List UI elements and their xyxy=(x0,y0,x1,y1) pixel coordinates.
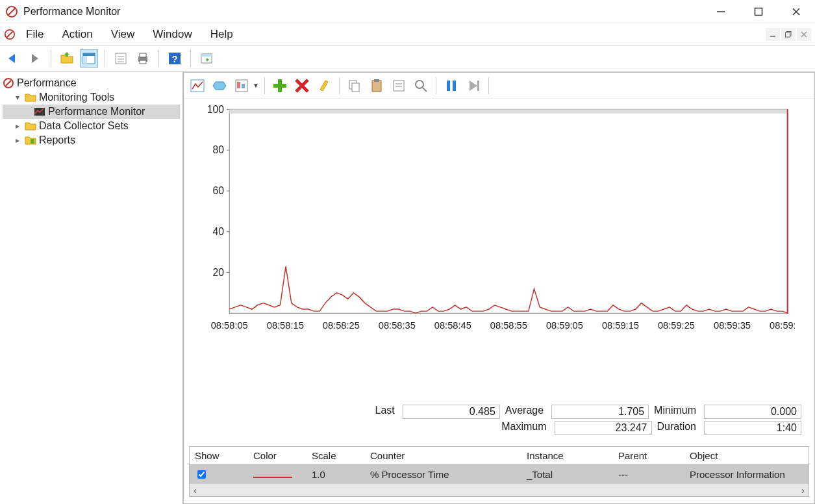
tree-node-data-collector-sets[interactable]: ▸ Data Collector Sets xyxy=(3,119,180,133)
separator xyxy=(339,77,340,94)
svg-rect-58 xyxy=(229,109,788,313)
app-icon-small xyxy=(4,29,16,40)
col-header-parent[interactable]: Parent xyxy=(613,450,684,461)
col-header-object[interactable]: Object xyxy=(684,450,809,461)
mdi-close-button[interactable] xyxy=(797,28,811,41)
svg-text:08:58:35: 08:58:35 xyxy=(379,320,416,331)
svg-line-32 xyxy=(6,81,11,86)
copy-icon[interactable] xyxy=(345,76,364,95)
chevron-right-icon[interactable]: ▸ xyxy=(13,136,22,145)
print-icon[interactable] xyxy=(134,49,152,68)
paste-icon[interactable] xyxy=(367,76,386,95)
svg-text:08:58:55: 08:58:55 xyxy=(490,320,527,331)
stat-maximum-label: Maximum xyxy=(501,421,549,435)
tree-label: Reports xyxy=(39,134,75,146)
svg-text:08:58:15: 08:58:15 xyxy=(267,320,304,331)
col-header-color[interactable]: Color xyxy=(248,450,307,461)
svg-marker-44 xyxy=(320,81,328,91)
svg-rect-47 xyxy=(372,81,381,92)
svg-rect-57 xyxy=(477,81,479,91)
col-header-counter[interactable]: Counter xyxy=(365,450,521,461)
view-3d-button[interactable] xyxy=(210,76,229,95)
add-counter-button[interactable] xyxy=(270,76,290,95)
properties-button[interactable] xyxy=(389,76,408,95)
svg-point-52 xyxy=(416,81,423,88)
menu-window[interactable]: Window xyxy=(150,27,194,42)
svg-rect-3 xyxy=(755,8,762,15)
perfmon-root-icon xyxy=(3,77,14,89)
svg-text:08:58:25: 08:58:25 xyxy=(323,320,360,331)
col-header-scale[interactable]: Scale xyxy=(307,450,365,461)
svg-line-53 xyxy=(423,88,427,92)
window-title: Performance Monitor xyxy=(23,6,711,18)
maximize-button[interactable] xyxy=(749,3,768,21)
svg-marker-14 xyxy=(32,54,38,63)
svg-text:100: 100 xyxy=(207,105,224,115)
tree-node-monitoring-tools[interactable]: ▾ Monitoring Tools xyxy=(3,90,180,105)
mdi-minimize-button[interactable] xyxy=(766,28,780,41)
svg-text:08:59:44: 08:59:44 xyxy=(770,320,795,331)
tree-label: Performance Monitor xyxy=(48,106,145,118)
open-folder-icon[interactable] xyxy=(58,49,76,68)
mdi-restore-button[interactable] xyxy=(781,28,796,41)
highlight-button[interactable] xyxy=(314,76,334,95)
forward-button[interactable] xyxy=(26,49,44,68)
stat-duration-label: Duration xyxy=(657,421,699,435)
delete-counter-button[interactable] xyxy=(292,76,312,95)
chevron-down-icon[interactable]: ▾ xyxy=(13,93,22,102)
svg-marker-36 xyxy=(213,82,226,90)
col-header-instance[interactable]: Instance xyxy=(521,450,613,461)
svg-text:08:59:25: 08:59:25 xyxy=(658,320,695,331)
svg-text:?: ? xyxy=(171,53,177,64)
minimize-button[interactable] xyxy=(711,3,731,21)
svg-rect-48 xyxy=(374,79,379,82)
tree-label: Monitoring Tools xyxy=(39,92,114,103)
svg-text:08:59:05: 08:59:05 xyxy=(546,320,583,331)
svg-rect-10 xyxy=(786,32,790,37)
svg-text:80: 80 xyxy=(212,144,224,155)
svg-rect-49 xyxy=(394,81,404,91)
navigation-tree[interactable]: Performance ▾ Monitoring Tools Performan… xyxy=(0,72,183,504)
close-button[interactable] xyxy=(786,3,806,21)
chart-type-dropdown[interactable]: ▼ xyxy=(253,82,259,89)
zoom-icon[interactable] xyxy=(411,76,431,95)
svg-rect-17 xyxy=(83,53,95,56)
update-data-button[interactable] xyxy=(464,76,483,95)
svg-rect-38 xyxy=(237,82,240,88)
horizontal-scrollbar[interactable]: ‹› xyxy=(190,483,809,496)
menu-view[interactable]: View xyxy=(108,27,138,42)
cell-object: Processor Information xyxy=(684,469,809,480)
chevron-right-icon[interactable]: ▸ xyxy=(13,121,22,131)
menu-file[interactable]: File xyxy=(23,27,46,42)
svg-line-1 xyxy=(8,8,15,15)
svg-line-7 xyxy=(7,31,13,37)
tree-node-reports[interactable]: ▸ Reports xyxy=(3,133,180,147)
properties-icon[interactable] xyxy=(112,49,130,68)
back-button[interactable] xyxy=(4,49,22,68)
cell-instance: _Total xyxy=(521,469,613,480)
app-icon xyxy=(5,5,18,18)
svg-rect-46 xyxy=(352,83,359,92)
new-window-icon[interactable] xyxy=(197,49,216,68)
menu-action[interactable]: Action xyxy=(59,27,95,42)
counters-table[interactable]: Show Color Scale Counter Instance Parent… xyxy=(189,446,809,497)
view-line-chart-button[interactable] xyxy=(188,76,207,95)
stat-minimum-value: 0.000 xyxy=(704,405,801,419)
stat-average-label: Average xyxy=(505,405,546,419)
svg-text:08:59:35: 08:59:35 xyxy=(714,320,751,331)
svg-rect-59 xyxy=(229,109,788,113)
svg-rect-54 xyxy=(447,81,450,91)
folder-icon xyxy=(25,92,36,103)
help-icon[interactable]: ? xyxy=(166,49,184,68)
counter-show-checkbox[interactable] xyxy=(197,470,206,479)
col-header-show[interactable]: Show xyxy=(190,450,248,461)
freeze-display-button[interactable] xyxy=(442,76,461,95)
performance-line-chart[interactable]: 2040608010008:58:0508:58:1508:58:2508:58… xyxy=(197,105,795,333)
view-report-button[interactable] xyxy=(232,76,251,95)
show-hide-tree-button[interactable] xyxy=(80,49,98,68)
table-row[interactable]: 1.0 % Processor Time _Total --- Processo… xyxy=(190,465,809,483)
tree-node-performance-monitor[interactable]: Performance Monitor xyxy=(3,105,180,119)
menu-help[interactable]: Help xyxy=(208,27,236,42)
folder-icon xyxy=(25,120,36,132)
tree-node-performance[interactable]: Performance xyxy=(3,76,180,90)
